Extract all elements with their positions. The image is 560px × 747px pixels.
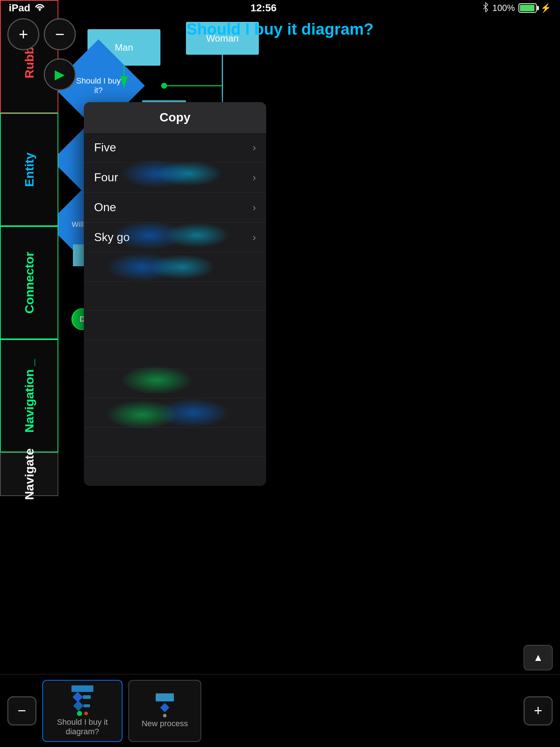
copy-menu-item-empty4[interactable] bbox=[84, 340, 266, 369]
copy-menu-label-five: Five bbox=[94, 141, 116, 154]
mini-rect1 bbox=[71, 685, 93, 692]
charging-icon: ⚡ bbox=[540, 3, 551, 13]
mini-rect2 bbox=[83, 695, 91, 699]
navigation-label: Navigation _ bbox=[22, 359, 36, 433]
copy-menu-item-five[interactable]: Five › bbox=[84, 133, 266, 163]
mini-row bbox=[77, 711, 88, 716]
glow-green-e6 bbox=[106, 400, 179, 429]
copy-menu-item-empty2[interactable] bbox=[84, 282, 266, 311]
chevron-icon-four: › bbox=[253, 172, 256, 183]
bluetooth-icon bbox=[482, 2, 489, 14]
new-process-mini bbox=[156, 693, 174, 717]
chevron-icon-five: › bbox=[253, 142, 256, 154]
copy-menu-item-one[interactable]: One › bbox=[84, 193, 266, 222]
copy-menu-item-empty3[interactable] bbox=[84, 311, 266, 340]
glow-blue-e6 bbox=[157, 398, 230, 427]
thumbnail-card-should-buy[interactable]: Should I buy itdiagram? bbox=[42, 680, 122, 742]
wifi-icon bbox=[35, 2, 45, 14]
glow-green-e5 bbox=[120, 365, 193, 395]
diamond-buy-label: Should I buy it? bbox=[71, 76, 126, 95]
status-right: 100% ⚡ bbox=[482, 2, 551, 14]
copy-menu-item-empty7[interactable] bbox=[84, 427, 266, 457]
mini-diamond-new bbox=[160, 703, 169, 712]
sidebar-item-connector[interactable]: Connector bbox=[0, 226, 58, 339]
status-left: iPad bbox=[9, 2, 45, 14]
thumb-minus-icon: − bbox=[18, 703, 26, 719]
entity-label: Entity bbox=[22, 152, 36, 187]
thumbnail-bar: − Should I buy itdiagram? bbox=[0, 674, 560, 747]
copy-dialog-title: Copy bbox=[160, 110, 191, 124]
connector-label: Connector bbox=[22, 252, 36, 314]
play-icon: ▶ bbox=[55, 67, 65, 82]
chevron-icon-skygo: › bbox=[253, 232, 256, 243]
mini-diamond2 bbox=[73, 700, 83, 711]
glow-cyan-four bbox=[157, 161, 222, 186]
sidebar-item-rubber[interactable]: Rubber bbox=[0, 0, 58, 113]
sidebar-item-entity[interactable]: Entity bbox=[0, 113, 58, 226]
mini-rect3 bbox=[83, 704, 90, 707]
copy-dialog-header: Copy bbox=[84, 102, 266, 133]
thumbnail-card-new-process[interactable]: New process bbox=[128, 680, 201, 742]
thumb-content-should-buy: Should I buy itdiagram? bbox=[53, 682, 111, 740]
sidebar-item-navigate[interactable]: Navigate bbox=[0, 452, 58, 496]
copy-menu-label-four: Four bbox=[94, 171, 118, 184]
sidebar: Rubber Entity Connector Navigation _ Nav… bbox=[0, 0, 58, 747]
svg-point-5 bbox=[161, 83, 167, 89]
copy-menu-item-skygo[interactable]: Sky go › bbox=[84, 222, 266, 252]
thumb-content-new-process: New process bbox=[138, 690, 191, 732]
copy-menu-label-one: One bbox=[94, 201, 116, 214]
battery-label: 100% bbox=[493, 3, 515, 13]
device-label: iPad bbox=[9, 2, 30, 14]
copy-menu-label-skygo: Sky go bbox=[94, 231, 130, 244]
copy-menu-item-empty6[interactable] bbox=[84, 398, 266, 427]
thumbnail-minus-button[interactable]: − bbox=[7, 696, 36, 725]
thumbnail-add-button[interactable]: + bbox=[524, 696, 553, 725]
navigate-label: Navigate bbox=[22, 448, 36, 500]
copy-menu-item-empty5[interactable] bbox=[84, 369, 266, 398]
glow-cyan-skygo bbox=[164, 222, 230, 248]
thumb-label-should-buy: Should I buy itdiagram? bbox=[57, 717, 108, 736]
sidebar-item-navigation[interactable]: Navigation _ bbox=[0, 339, 58, 452]
mini-dot-new bbox=[163, 714, 167, 717]
mini-process-box bbox=[156, 693, 174, 701]
status-bar: iPad 12:56 100% ⚡ bbox=[0, 0, 560, 16]
diagram-title: Should I buy it diagram? bbox=[0, 20, 560, 38]
thumb-mini-diagram bbox=[71, 685, 93, 716]
mini-circle1 bbox=[77, 711, 82, 716]
glow-blue-four bbox=[120, 159, 193, 188]
node-man-label: Man bbox=[115, 42, 133, 53]
copy-menu-item-empty1[interactable] bbox=[84, 252, 266, 282]
status-time: 12:56 bbox=[250, 2, 277, 14]
thumb-plus-icon: + bbox=[534, 703, 542, 719]
mini-diamond1 bbox=[73, 692, 83, 702]
glow-blue-e1 bbox=[106, 252, 179, 282]
chevron-icon-one: › bbox=[253, 202, 256, 213]
play-button[interactable]: ▶ bbox=[44, 58, 76, 90]
copy-menu-item-empty8[interactable] bbox=[84, 457, 266, 486]
thumb-label-new-process: New process bbox=[141, 719, 188, 728]
battery-icon bbox=[518, 3, 537, 13]
mini-dot1 bbox=[84, 712, 88, 715]
copy-dialog: Copy Five › Four › One › Sky go › bbox=[84, 102, 266, 486]
copy-menu-item-four[interactable]: Four › bbox=[84, 163, 266, 193]
glow-cyan-e1 bbox=[149, 254, 215, 280]
